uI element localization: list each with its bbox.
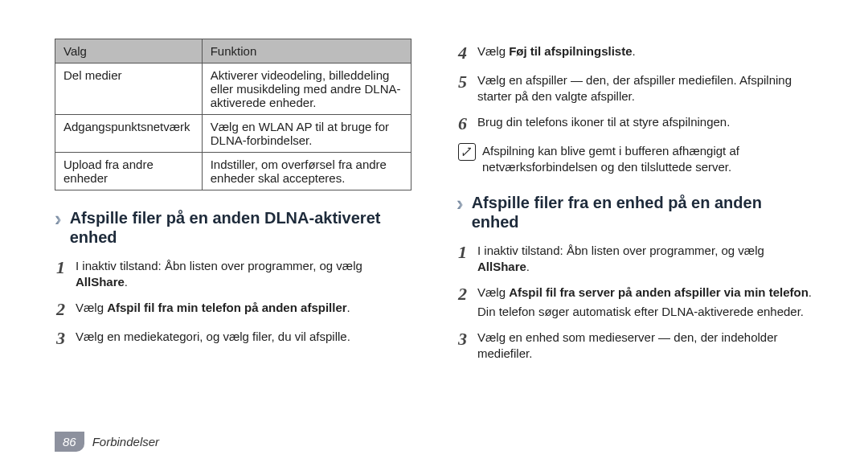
step-item: 2 Vælg Afspil fil fra min telefon på and… bbox=[56, 300, 411, 319]
options-table: Valg Funktion Del medier Aktiverer video… bbox=[55, 39, 411, 190]
step-number: 1 bbox=[458, 243, 477, 262]
page-footer: 86 Forbindelser bbox=[55, 432, 159, 452]
table-row: Adgangspunktsnetværk Vælg en WLAN AP til… bbox=[55, 115, 411, 153]
cell-function: Indstiller, om overførsel fra andre enhe… bbox=[202, 153, 411, 190]
step-item: 3 Vælg en mediekategori, og vælg filer, … bbox=[56, 329, 411, 348]
section-heading-device-to-device: › Afspille filer fra en enhed på en ande… bbox=[457, 193, 813, 231]
step-body: Vælg Afspil fil fra min telefon på anden… bbox=[76, 300, 411, 316]
step-item: 5 Vælg en afspiller — den, der afspiller… bbox=[458, 72, 813, 104]
table-row: Upload fra andre enheder Indstiller, om … bbox=[55, 153, 411, 190]
step-body: Vælg en mediekategori, og vælg filer, du… bbox=[76, 329, 411, 345]
step-number: 6 bbox=[458, 114, 477, 133]
step-number: 5 bbox=[458, 72, 477, 92]
note-icon bbox=[458, 143, 476, 161]
step-item: 3 Vælg en enhed som medieserver — den, d… bbox=[458, 330, 813, 362]
section-title: Afspille filer på en anden DLNA-aktivere… bbox=[70, 208, 411, 247]
step-number: 2 bbox=[458, 285, 477, 304]
step-body: I inaktiv tilstand: Åbn listen over prog… bbox=[477, 243, 813, 275]
step-item: 6 Brug din telefons ikoner til at styre … bbox=[458, 114, 813, 133]
section-title: Afspille filer fra en enhed på en anden … bbox=[472, 193, 813, 231]
step-number: 2 bbox=[56, 300, 76, 319]
note-box: Afspilning kan blive gemt i bufferen afh… bbox=[458, 143, 813, 175]
step-body: Brug din telefons ikoner til at styre af… bbox=[477, 114, 813, 130]
section-name: Forbindelser bbox=[92, 435, 159, 448]
step-number: 3 bbox=[56, 329, 76, 348]
note-text: Afspilning kan blive gemt i bufferen afh… bbox=[482, 143, 813, 175]
step-item: 1 I inaktiv tilstand: Åbn listen over pr… bbox=[458, 243, 813, 275]
step-number: 1 bbox=[56, 258, 76, 277]
th-option: Valg bbox=[55, 39, 203, 63]
step-item: 4 Vælg Føj til afspilningsliste. bbox=[458, 43, 813, 63]
step-body: Vælg en afspiller — den, der afspiller m… bbox=[477, 72, 813, 104]
step-body: Vælg en enhed som medieserver — den, der… bbox=[477, 330, 813, 362]
step-body: I inaktiv tilstand: Åbn listen over prog… bbox=[76, 258, 411, 290]
table-row: Del medier Aktiverer videodeling, billed… bbox=[55, 63, 411, 115]
cell-function: Vælg en WLAN AP til at bruge for DLNA-fo… bbox=[202, 115, 411, 153]
step-item: 1 I inaktiv tilstand: Åbn listen over pr… bbox=[56, 258, 411, 290]
page-number: 86 bbox=[55, 432, 84, 452]
chevron-right-icon: › bbox=[457, 193, 464, 214]
step-body: Vælg Føj til afspilningsliste. bbox=[477, 43, 813, 59]
chevron-right-icon: › bbox=[55, 208, 62, 229]
th-function: Funktion bbox=[202, 39, 411, 63]
step-number: 4 bbox=[458, 43, 477, 63]
cell-option: Upload fra andre enheder bbox=[55, 153, 203, 190]
step-body: Vælg Afspil fil fra server på anden afsp… bbox=[477, 285, 813, 320]
cell-option: Del medier bbox=[55, 63, 203, 115]
cell-function: Aktiverer videodeling, billeddeling elle… bbox=[202, 63, 411, 115]
cell-option: Adgangspunktsnetværk bbox=[55, 115, 203, 153]
step-item: 2 Vælg Afspil fil fra server på anden af… bbox=[458, 285, 813, 320]
step-number: 3 bbox=[458, 330, 477, 349]
section-heading-play-on-other-dlna: › Afspille filer på en anden DLNA-aktive… bbox=[55, 208, 411, 247]
